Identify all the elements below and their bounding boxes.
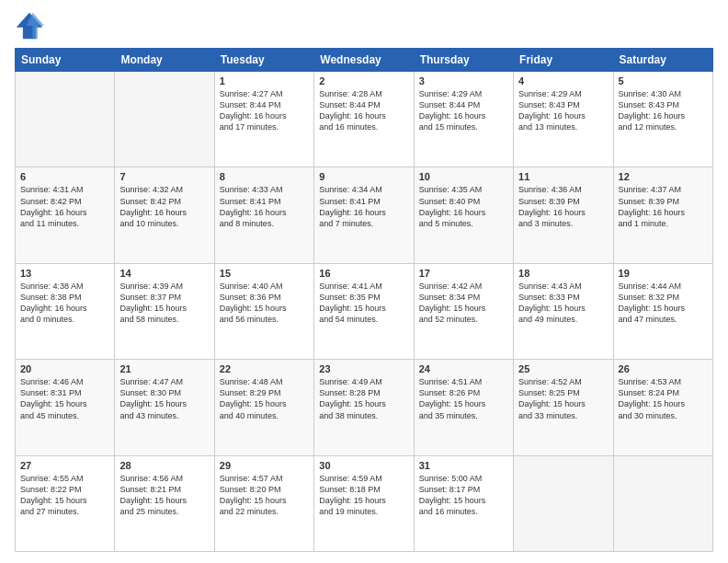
day-number: 9 <box>319 171 408 182</box>
calendar-cell: 8Sunrise: 4:33 AM Sunset: 8:41 PM Daylig… <box>214 167 313 263</box>
day-number: 6 <box>20 171 109 182</box>
calendar-cell: 1Sunrise: 4:27 AM Sunset: 8:44 PM Daylig… <box>214 72 313 167</box>
calendar-cell <box>16 72 115 167</box>
weekday-header-wednesday: Wednesday <box>314 49 414 72</box>
calendar-cell: 11Sunrise: 4:36 AM Sunset: 8:39 PM Dayli… <box>514 167 613 263</box>
day-number: 26 <box>619 363 708 374</box>
day-info: Sunrise: 4:42 AM Sunset: 8:34 PM Dayligh… <box>419 281 508 326</box>
calendar-cell: 27Sunrise: 4:55 AM Sunset: 8:22 PM Dayli… <box>16 455 115 551</box>
calendar-cell: 17Sunrise: 4:42 AM Sunset: 8:34 PM Dayli… <box>414 263 513 359</box>
logo-icon <box>15 11 44 40</box>
weekday-header-friday: Friday <box>514 49 613 72</box>
day-number: 29 <box>220 460 309 471</box>
day-number: 27 <box>20 460 109 471</box>
weekday-header-saturday: Saturday <box>613 49 712 72</box>
day-number: 10 <box>419 171 508 182</box>
calendar-cell: 31Sunrise: 5:00 AM Sunset: 8:17 PM Dayli… <box>414 455 513 551</box>
day-number: 14 <box>119 268 209 279</box>
day-info: Sunrise: 4:30 AM Sunset: 8:43 PM Dayligh… <box>619 88 708 133</box>
calendar-cell: 12Sunrise: 4:37 AM Sunset: 8:39 PM Dayli… <box>613 167 712 263</box>
day-number: 19 <box>619 268 708 279</box>
calendar-cell: 22Sunrise: 4:48 AM Sunset: 8:29 PM Dayli… <box>214 360 313 455</box>
day-number: 11 <box>518 171 608 182</box>
day-info: Sunrise: 4:41 AM Sunset: 8:35 PM Dayligh… <box>319 281 408 326</box>
day-number: 13 <box>20 268 109 279</box>
calendar-cell: 14Sunrise: 4:39 AM Sunset: 8:37 PM Dayli… <box>115 263 214 359</box>
day-number: 30 <box>319 460 408 471</box>
day-number: 31 <box>419 460 508 471</box>
calendar-cell: 23Sunrise: 4:49 AM Sunset: 8:28 PM Dayli… <box>314 360 414 455</box>
day-number: 4 <box>518 75 608 86</box>
day-info: Sunrise: 4:51 AM Sunset: 8:26 PM Dayligh… <box>419 376 508 421</box>
day-number: 24 <box>419 363 508 374</box>
weekday-header-tuesday: Tuesday <box>214 49 313 72</box>
day-info: Sunrise: 4:52 AM Sunset: 8:25 PM Dayligh… <box>518 376 608 421</box>
day-number: 1 <box>220 75 309 86</box>
calendar-cell: 9Sunrise: 4:34 AM Sunset: 8:41 PM Daylig… <box>314 167 414 263</box>
day-info: Sunrise: 4:29 AM Sunset: 8:44 PM Dayligh… <box>419 88 508 133</box>
weekday-header-row: SundayMondayTuesdayWednesdayThursdayFrid… <box>16 49 713 72</box>
day-number: 8 <box>220 171 309 182</box>
calendar-cell: 21Sunrise: 4:47 AM Sunset: 8:30 PM Dayli… <box>115 360 214 455</box>
day-info: Sunrise: 4:36 AM Sunset: 8:39 PM Dayligh… <box>518 184 608 229</box>
day-number: 20 <box>20 363 109 374</box>
calendar-cell <box>514 455 613 551</box>
day-number: 7 <box>119 171 209 182</box>
day-info: Sunrise: 4:46 AM Sunset: 8:31 PM Dayligh… <box>20 376 109 421</box>
day-number: 18 <box>518 268 608 279</box>
calendar-cell <box>613 455 712 551</box>
calendar-cell: 7Sunrise: 4:32 AM Sunset: 8:42 PM Daylig… <box>115 167 214 263</box>
calendar-cell: 30Sunrise: 4:59 AM Sunset: 8:18 PM Dayli… <box>314 455 414 551</box>
day-info: Sunrise: 4:47 AM Sunset: 8:30 PM Dayligh… <box>119 376 209 421</box>
calendar-cell: 20Sunrise: 4:46 AM Sunset: 8:31 PM Dayli… <box>16 360 115 455</box>
calendar-cell: 24Sunrise: 4:51 AM Sunset: 8:26 PM Dayli… <box>414 360 513 455</box>
day-info: Sunrise: 4:43 AM Sunset: 8:33 PM Dayligh… <box>518 281 608 326</box>
calendar-cell: 26Sunrise: 4:53 AM Sunset: 8:24 PM Dayli… <box>613 360 712 455</box>
calendar-cell: 3Sunrise: 4:29 AM Sunset: 8:44 PM Daylig… <box>414 72 513 167</box>
day-info: Sunrise: 4:34 AM Sunset: 8:41 PM Dayligh… <box>319 184 408 229</box>
day-number: 12 <box>619 171 708 182</box>
day-info: Sunrise: 4:57 AM Sunset: 8:20 PM Dayligh… <box>220 473 309 518</box>
calendar-cell: 13Sunrise: 4:38 AM Sunset: 8:38 PM Dayli… <box>16 263 115 359</box>
calendar-cell: 19Sunrise: 4:44 AM Sunset: 8:32 PM Dayli… <box>613 263 712 359</box>
header <box>15 11 713 40</box>
day-number: 23 <box>319 363 408 374</box>
weekday-header-monday: Monday <box>115 49 214 72</box>
logo <box>15 11 48 40</box>
day-info: Sunrise: 5:00 AM Sunset: 8:17 PM Dayligh… <box>419 473 508 518</box>
calendar-cell: 4Sunrise: 4:29 AM Sunset: 8:43 PM Daylig… <box>514 72 613 167</box>
day-number: 28 <box>119 460 209 471</box>
day-info: Sunrise: 4:29 AM Sunset: 8:43 PM Dayligh… <box>518 88 608 133</box>
day-number: 15 <box>220 268 309 279</box>
day-info: Sunrise: 4:59 AM Sunset: 8:18 PM Dayligh… <box>319 473 408 518</box>
calendar-week-2: 13Sunrise: 4:38 AM Sunset: 8:38 PM Dayli… <box>16 263 713 359</box>
day-info: Sunrise: 4:37 AM Sunset: 8:39 PM Dayligh… <box>619 184 708 229</box>
day-number: 25 <box>518 363 608 374</box>
calendar-week-3: 20Sunrise: 4:46 AM Sunset: 8:31 PM Dayli… <box>16 360 713 455</box>
day-number: 2 <box>319 75 408 86</box>
day-info: Sunrise: 4:56 AM Sunset: 8:21 PM Dayligh… <box>119 473 209 518</box>
calendar-cell: 29Sunrise: 4:57 AM Sunset: 8:20 PM Dayli… <box>214 455 313 551</box>
calendar-cell: 5Sunrise: 4:30 AM Sunset: 8:43 PM Daylig… <box>613 72 712 167</box>
day-info: Sunrise: 4:48 AM Sunset: 8:29 PM Dayligh… <box>220 376 309 421</box>
day-number: 3 <box>419 75 508 86</box>
page: SundayMondayTuesdayWednesdayThursdayFrid… <box>0 0 728 563</box>
calendar-cell: 18Sunrise: 4:43 AM Sunset: 8:33 PM Dayli… <box>514 263 613 359</box>
day-info: Sunrise: 4:31 AM Sunset: 8:42 PM Dayligh… <box>20 184 109 229</box>
day-info: Sunrise: 4:49 AM Sunset: 8:28 PM Dayligh… <box>319 376 408 421</box>
day-info: Sunrise: 4:32 AM Sunset: 8:42 PM Dayligh… <box>119 184 209 229</box>
day-info: Sunrise: 4:55 AM Sunset: 8:22 PM Dayligh… <box>20 473 109 518</box>
day-info: Sunrise: 4:38 AM Sunset: 8:38 PM Dayligh… <box>20 281 109 326</box>
calendar-week-4: 27Sunrise: 4:55 AM Sunset: 8:22 PM Dayli… <box>16 455 713 551</box>
day-number: 5 <box>619 75 708 86</box>
calendar-cell: 10Sunrise: 4:35 AM Sunset: 8:40 PM Dayli… <box>414 167 513 263</box>
day-info: Sunrise: 4:40 AM Sunset: 8:36 PM Dayligh… <box>220 281 309 326</box>
calendar-cell <box>115 72 214 167</box>
calendar-week-1: 6Sunrise: 4:31 AM Sunset: 8:42 PM Daylig… <box>16 167 713 263</box>
calendar-cell: 2Sunrise: 4:28 AM Sunset: 8:44 PM Daylig… <box>314 72 414 167</box>
calendar-cell: 25Sunrise: 4:52 AM Sunset: 8:25 PM Dayli… <box>514 360 613 455</box>
calendar-cell: 28Sunrise: 4:56 AM Sunset: 8:21 PM Dayli… <box>115 455 214 551</box>
weekday-header-thursday: Thursday <box>414 49 513 72</box>
day-number: 21 <box>119 363 209 374</box>
day-info: Sunrise: 4:39 AM Sunset: 8:37 PM Dayligh… <box>119 281 209 326</box>
